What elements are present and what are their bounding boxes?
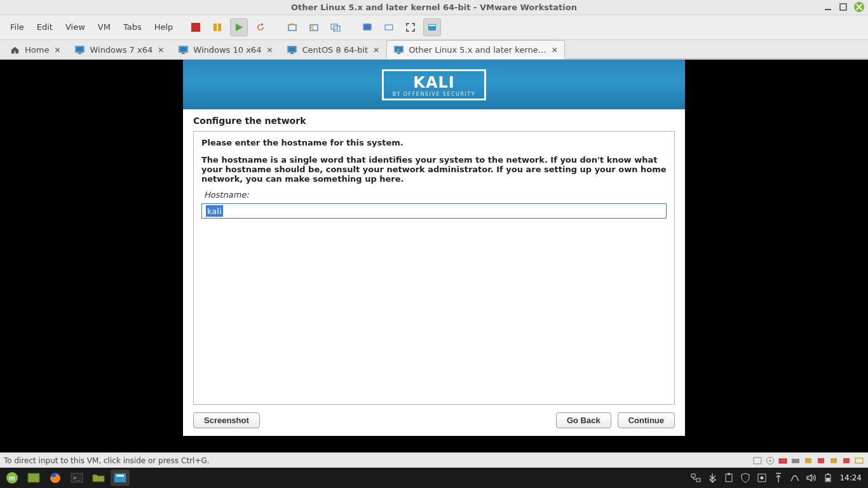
svg-rect-47 <box>691 474 695 477</box>
svg-rect-49 <box>726 474 732 482</box>
power-on-button[interactable] <box>230 18 248 36</box>
tab-centos8[interactable]: CentOS 8 64-bit ✕ <box>280 40 386 59</box>
monitor-icon <box>287 45 297 55</box>
window-titlebar: Other Linux 5.x and later kernel 64-bit … <box>0 0 868 15</box>
panel-clock[interactable]: 14:24 <box>839 473 862 482</box>
svg-text:>_: >_ <box>73 475 80 481</box>
menu-edit[interactable]: Edit <box>32 20 58 34</box>
svg-rect-28 <box>397 53 400 54</box>
go-back-button[interactable]: Go Back <box>556 412 611 428</box>
show-desktop-icon[interactable] <box>24 470 43 486</box>
taskbar-vmware-icon[interactable] <box>111 470 130 486</box>
unity-button[interactable] <box>423 18 441 36</box>
kali-logo-text: KALI <box>393 74 475 92</box>
svg-rect-36 <box>831 458 837 463</box>
thumbnail-view-button[interactable] <box>380 18 398 36</box>
svg-marker-4 <box>236 24 243 31</box>
menu-help[interactable]: Help <box>149 20 179 34</box>
maximize-icon[interactable] <box>839 3 848 11</box>
tab-close-icon[interactable]: ✕ <box>373 46 379 55</box>
tab-home-label: Home <box>25 45 49 55</box>
tray-bluetooth-icon[interactable] <box>707 473 717 483</box>
cd-icon[interactable] <box>765 456 775 466</box>
tab-windows10-label: Windows 10 x64 <box>193 45 261 55</box>
power-off-button[interactable] <box>187 18 205 36</box>
snapshot-manager-button[interactable] <box>327 18 344 36</box>
snapshot-take-button[interactable] <box>283 18 301 36</box>
close-icon[interactable] <box>854 2 864 12</box>
nic-icon[interactable] <box>803 456 813 466</box>
restart-button[interactable] <box>252 18 269 36</box>
tab-other-linux[interactable]: Other Linux 5.x and later kerne… ✕ <box>386 40 565 59</box>
sound-icon[interactable] <box>829 456 839 466</box>
svg-rect-41 <box>28 473 39 482</box>
kali-installer-window: KALI BY OFFENSIVE SECURITY Configure the… <box>183 60 685 436</box>
snapshot-revert-button[interactable] <box>305 18 323 36</box>
svg-rect-12 <box>364 25 370 29</box>
firefox-icon[interactable] <box>46 470 65 486</box>
tray-removable-icon[interactable] <box>773 473 783 483</box>
svg-rect-37 <box>843 458 850 463</box>
installer-lead: Please enter the hostname for this syste… <box>201 138 667 147</box>
tab-close-icon[interactable]: ✕ <box>552 46 558 55</box>
svg-rect-21 <box>182 53 185 54</box>
tab-windows10[interactable]: Windows 10 x64 ✕ <box>171 40 280 59</box>
svg-rect-9 <box>331 24 337 29</box>
hdd2-icon[interactable] <box>790 456 801 466</box>
vm-console[interactable]: KALI BY OFFENSIVE SECURITY Configure the… <box>0 60 868 452</box>
tray-updates-icon[interactable] <box>757 473 767 483</box>
svg-rect-6 <box>288 25 296 30</box>
terminal-icon[interactable]: >_ <box>67 470 86 486</box>
installer-section-title: Configure the network <box>183 109 685 131</box>
tab-close-icon[interactable]: ✕ <box>54 46 60 55</box>
svg-point-52 <box>761 477 764 480</box>
hostname-label: Hostname: <box>204 190 667 200</box>
svg-rect-15 <box>429 25 435 26</box>
tray-clipboard-icon[interactable] <box>724 473 734 483</box>
tray-volume-icon[interactable] <box>806 473 817 483</box>
svg-rect-10 <box>334 26 340 31</box>
tab-other-linux-label: Other Linux 5.x and later kerne… <box>409 45 546 55</box>
hdd-icon[interactable] <box>778 456 788 466</box>
svg-rect-38 <box>855 458 863 463</box>
menubar: File Edit View VM Tabs Help <box>0 15 183 39</box>
menu-launcher-icon[interactable]: m <box>3 470 22 486</box>
tab-home[interactable]: Home ✕ <box>3 40 67 59</box>
hostname-input[interactable] <box>201 203 667 219</box>
svg-rect-7 <box>290 24 294 25</box>
tab-centos8-label: CentOS 8 64-bit <box>302 45 368 55</box>
suspend-button[interactable] <box>208 18 226 36</box>
menu-view[interactable]: View <box>60 20 90 34</box>
input-grab-icon[interactable] <box>752 456 763 466</box>
fullscreen-button[interactable] <box>402 18 419 36</box>
desktop-panel: m >_ <box>0 468 868 488</box>
installer-footer: Screenshot Go Back Continue <box>183 405 685 436</box>
show-console-button[interactable] <box>358 18 376 36</box>
menu-tabs[interactable]: Tabs <box>118 20 147 34</box>
tray-shield-icon[interactable] <box>740 473 750 483</box>
menu-file[interactable]: File <box>5 20 29 34</box>
svg-rect-33 <box>792 459 799 463</box>
statusbar-device-icons <box>752 456 864 466</box>
usb-icon[interactable] <box>816 456 826 466</box>
screenshot-button[interactable]: Screenshot <box>193 412 260 428</box>
svg-rect-34 <box>805 458 811 463</box>
files-icon[interactable] <box>89 470 108 486</box>
svg-rect-23 <box>288 47 295 51</box>
svg-rect-29 <box>754 458 761 464</box>
tray-power-icon[interactable] <box>823 473 833 483</box>
tray-network-icon[interactable] <box>691 473 701 483</box>
minimize-icon[interactable] <box>824 3 832 11</box>
tab-close-icon[interactable]: ✕ <box>158 46 164 55</box>
tray-network2-icon[interactable] <box>790 473 800 483</box>
app-menu-toolbar-row: File Edit View VM Tabs Help <box>0 15 868 40</box>
svg-rect-20 <box>180 47 187 51</box>
menu-vm[interactable]: VM <box>93 20 116 34</box>
printer-icon[interactable] <box>841 456 851 466</box>
message-icon[interactable] <box>854 456 864 466</box>
svg-rect-50 <box>728 473 730 475</box>
tab-close-icon[interactable]: ✕ <box>266 46 273 55</box>
tab-windows7[interactable]: Windows 7 x64 ✕ <box>67 40 171 59</box>
kali-banner: KALI BY OFFENSIVE SECURITY <box>183 60 685 109</box>
continue-button[interactable]: Continue <box>618 412 675 428</box>
